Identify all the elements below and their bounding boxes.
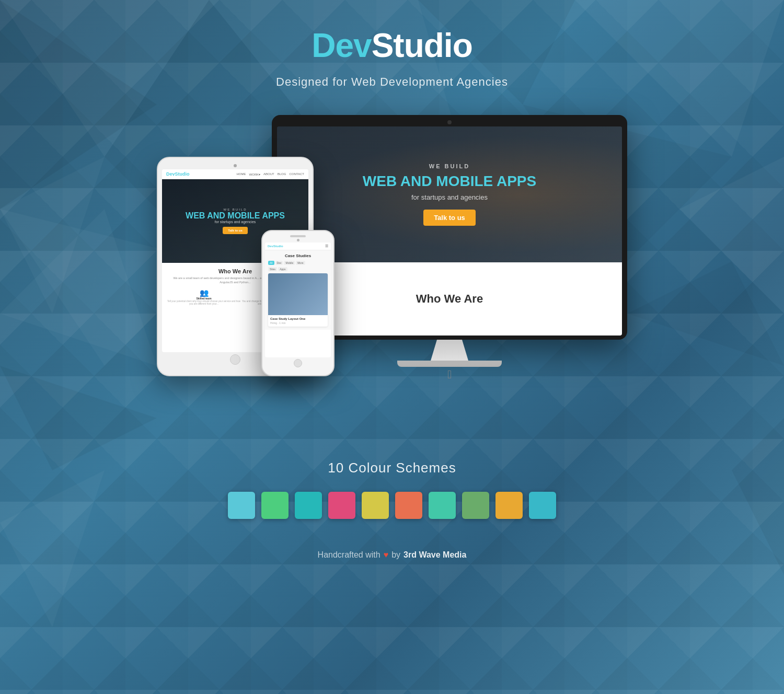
color-swatch-2[interactable] bbox=[261, 492, 289, 519]
ipad-logo: DevStudio bbox=[166, 171, 190, 177]
color-swatch-6[interactable] bbox=[395, 492, 422, 519]
iphone-card-title: Case Study Layout One bbox=[270, 317, 326, 320]
footer-text-after: by bbox=[391, 550, 400, 560]
color-swatch-1[interactable] bbox=[228, 492, 255, 519]
ipad-home-button[interactable] bbox=[230, 354, 240, 365]
iphone-logo-dev: Dev bbox=[268, 245, 273, 248]
ipad-logo-studio: Studio bbox=[175, 171, 190, 177]
imac-camera bbox=[447, 120, 452, 124]
color-swatch-9[interactable] bbox=[495, 492, 523, 519]
ipad-hero-title: WEB AND MOBILE APPS bbox=[186, 211, 285, 221]
ipad-feature-team: 👥 Skilled team Tell your potential clien… bbox=[167, 288, 240, 305]
ipad-hero-subtitle: for startups and agencies bbox=[215, 220, 256, 224]
ipad-nav-blog: BLOG bbox=[278, 172, 286, 176]
color-swatch-3[interactable] bbox=[295, 492, 322, 519]
page-wrapper: DevStudio Designed for Web Development A… bbox=[78, 0, 706, 586]
iphone-case-studies: Case Studies All Dev Mobile More Sites A… bbox=[265, 250, 331, 330]
logo-dev: Dev bbox=[312, 27, 371, 64]
tagline: Designed for Web Development Agencies bbox=[276, 75, 508, 89]
svg-marker-13 bbox=[732, 418, 784, 575]
imac-cta-button[interactable]: Talk to us bbox=[423, 210, 476, 226]
imac-stand bbox=[418, 340, 481, 361]
color-swatch-8[interactable] bbox=[462, 492, 489, 519]
imac-we-build: WE BUILD bbox=[363, 163, 536, 169]
color-swatch-5[interactable] bbox=[362, 492, 389, 519]
iphone-section-title: Case Studies bbox=[268, 253, 328, 258]
ipad-nav-contact: CONTACT bbox=[289, 172, 304, 176]
footer-text-before: Handcrafted with bbox=[318, 550, 381, 560]
hamburger-icon[interactable]: ☰ bbox=[325, 244, 328, 248]
iphone-nav: DevStudio ☰ bbox=[265, 242, 331, 250]
ipad-camera bbox=[234, 164, 237, 167]
imac-hero-title: WEB AND MOBILE APPS bbox=[363, 173, 536, 190]
ipad-nav-home: HOME bbox=[236, 172, 246, 176]
color-swatches bbox=[228, 492, 556, 519]
imac-hero-subtitle: for startups and agencies bbox=[363, 193, 536, 201]
imac-base bbox=[397, 361, 502, 367]
footer-brand: 3rd Wave Media bbox=[403, 550, 466, 560]
ipad-nav-about: ABOUT bbox=[263, 172, 274, 176]
iphone-card-image bbox=[268, 273, 328, 315]
iphone-card-body: Case Study Layout One Hiring · 1 min bbox=[268, 315, 328, 327]
iphone-outer: DevStudio ☰ Case Studies All Dev Mobile … bbox=[261, 230, 335, 376]
imac-who-we-are: Who We Are bbox=[416, 292, 483, 306]
iphone-card: Case Study Layout One Hiring · 1 min bbox=[268, 273, 328, 327]
logo-studio: Studio bbox=[372, 27, 472, 64]
heart-icon: ♥ bbox=[384, 550, 389, 560]
ipad-cta-button[interactable]: Talk to us bbox=[223, 227, 248, 234]
iphone-logo: DevStudio bbox=[268, 245, 283, 248]
filter-more[interactable]: More bbox=[296, 261, 305, 265]
imac-hero-content: WE BUILD WEB AND MOBILE APPS for startup… bbox=[352, 163, 547, 226]
color-schemes-section: 10 Colour Schemes bbox=[228, 460, 556, 519]
filter-dev[interactable]: Dev bbox=[275, 261, 283, 265]
filter-sites[interactable]: Sites bbox=[268, 267, 277, 271]
ipad-nav-links: HOME WORK▾ ABOUT BLOG CONTACT bbox=[236, 172, 304, 176]
footer: Handcrafted with ♥ by 3rd Wave Media bbox=[318, 550, 467, 560]
iphone-mockup: DevStudio ☰ Case Studies All Dev Mobile … bbox=[261, 230, 335, 376]
filter-all[interactable]: All bbox=[268, 261, 274, 265]
iphone-screen: DevStudio ☰ Case Studies All Dev Mobile … bbox=[265, 242, 331, 357]
color-schemes-title: 10 Colour Schemes bbox=[228, 460, 556, 476]
iphone-card-meta: Hiring · 1 min bbox=[270, 321, 326, 325]
color-swatch-7[interactable] bbox=[429, 492, 456, 519]
filter-apps[interactable]: Apps bbox=[278, 267, 287, 271]
filter-mobile[interactable]: Mobile bbox=[284, 261, 295, 265]
iphone-logo-studio: Studio bbox=[273, 245, 283, 248]
ipad-logo-dev: Dev bbox=[166, 171, 175, 177]
team-icon: 👥 bbox=[167, 288, 240, 297]
ipad-feature-desc-1: Tell your potential client why they shou… bbox=[167, 300, 240, 305]
logo: DevStudio bbox=[312, 26, 472, 65]
color-swatch-10[interactable] bbox=[529, 492, 556, 519]
iphone-filter-row1: All Dev Mobile More bbox=[268, 261, 328, 265]
devices-container: WE BUILD WEB AND MOBILE APPS for startup… bbox=[157, 115, 627, 429]
ipad-nav-work: WORK▾ bbox=[249, 172, 260, 176]
iphone-speaker bbox=[290, 235, 306, 237]
color-swatch-4[interactable] bbox=[328, 492, 355, 519]
ipad-nav: DevStudio HOME WORK▾ ABOUT BLOG CONTACT bbox=[162, 169, 308, 179]
iphone-filter-row2: Sites Apps bbox=[268, 267, 328, 271]
iphone-camera bbox=[297, 239, 299, 241]
apple-logo-icon:  bbox=[447, 368, 452, 381]
iphone-home-button[interactable] bbox=[294, 359, 302, 367]
